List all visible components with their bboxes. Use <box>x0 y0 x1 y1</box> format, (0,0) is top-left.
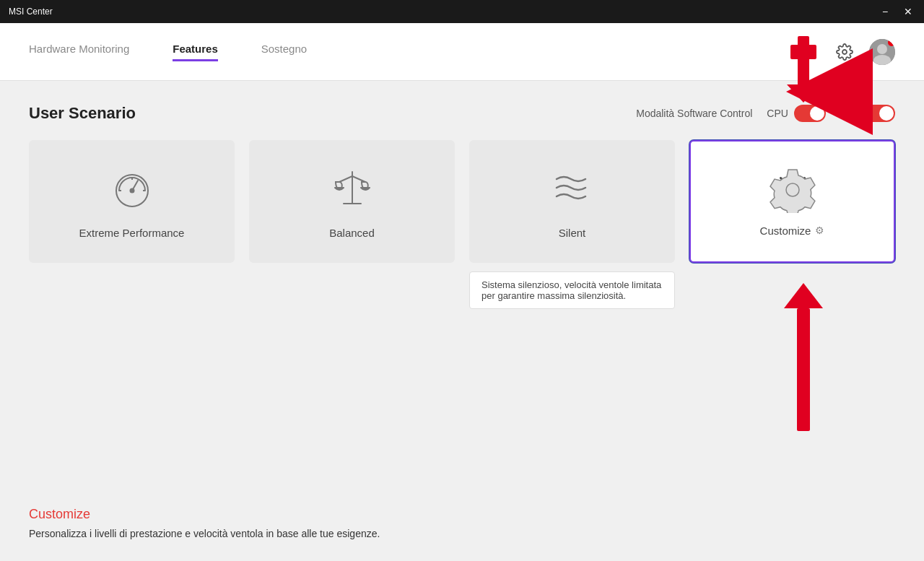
content-area: User Scenario Modalità Software Control … <box>0 81 924 492</box>
mode-label: Modalità Software Control <box>636 108 752 119</box>
main-container: Hardware Monitoring Features Sostegno <box>0 23 924 561</box>
svg-rect-1 <box>808 45 814 51</box>
svg-line-17 <box>352 176 365 182</box>
svg-rect-3 <box>808 53 814 58</box>
settings-icon-button[interactable] <box>832 39 858 65</box>
balanced-label: Balanced <box>329 227 375 239</box>
svg-point-10 <box>130 188 134 192</box>
titlebar: MSI Center − ✕ <box>0 0 924 23</box>
fan-label: Fan <box>840 108 858 119</box>
tab-sostegno[interactable]: Sostegno <box>261 43 307 61</box>
extreme-performance-card[interactable]: Extreme Performance <box>29 140 235 263</box>
tooltip-text: Sistema silenzioso, velocità ventole lim… <box>481 279 661 301</box>
app-title: MSI Center <box>9 6 53 17</box>
cpu-toggle-group: CPU <box>767 105 826 122</box>
svg-rect-2 <box>801 53 806 58</box>
customize-label: Customize <box>760 225 811 237</box>
customize-settings-icon: ⚙ <box>815 225 824 236</box>
cpu-label: CPU <box>767 108 788 119</box>
customize-card[interactable]: Customize ⚙ <box>689 140 895 263</box>
fan-toggle-group: Fan <box>840 105 895 122</box>
fan-toggle[interactable] <box>863 105 895 122</box>
spacer-mid <box>249 271 455 309</box>
svg-point-4 <box>842 50 847 54</box>
tooltip-container: Sistema silenzioso, velocità ventole lim… <box>469 271 675 309</box>
waves-icon <box>549 165 596 218</box>
grid-icon-button[interactable] <box>794 39 820 65</box>
customize-gear-icon <box>770 167 816 216</box>
bottom-description: Personalizza i livelli di prestazione e … <box>29 528 895 539</box>
scales-icon <box>329 165 375 218</box>
balanced-card[interactable]: Balanced <box>249 140 455 263</box>
customize-label-row: Customize ⚙ <box>760 225 825 237</box>
header-icons <box>794 39 895 65</box>
tab-hardware[interactable]: Hardware Monitoring <box>29 43 129 61</box>
section-title: User Scenario <box>29 104 136 123</box>
header: Hardware Monitoring Features Sostegno <box>0 23 924 81</box>
window-controls: − ✕ <box>878 6 915 17</box>
bottom-section: Customize Personalizza i livelli di pres… <box>0 492 924 561</box>
svg-line-16 <box>339 176 352 182</box>
speedometer-icon <box>109 165 155 218</box>
notification-dot <box>888 39 895 46</box>
silent-label: Silent <box>559 227 586 239</box>
svg-rect-0 <box>801 45 806 51</box>
avatar[interactable] <box>869 39 895 65</box>
cpu-toggle[interactable] <box>794 105 826 122</box>
cards-row: Extreme Performance <box>29 140 895 263</box>
controls-row: Modalità Software Control CPU Fan <box>636 105 895 122</box>
tab-features[interactable]: Features <box>173 43 218 61</box>
svg-point-6 <box>877 44 887 54</box>
bottom-title: Customize <box>29 507 895 522</box>
tooltip-row: Sistema silenzioso, velocità ventole lim… <box>29 271 895 309</box>
tooltip-box: Sistema silenzioso, velocità ventole lim… <box>469 271 675 309</box>
silent-card[interactable]: Silent <box>469 140 675 263</box>
nav-tabs: Hardware Monitoring Features Sostegno <box>29 43 794 61</box>
extreme-performance-label: Extreme Performance <box>79 227 185 239</box>
spacer-right <box>689 271 895 309</box>
section-header: User Scenario Modalità Software Control … <box>29 104 895 123</box>
cards-area: Extreme Performance <box>29 140 895 309</box>
minimize-button[interactable]: − <box>878 6 892 17</box>
close-button[interactable]: ✕ <box>901 6 915 17</box>
spacer-left <box>29 271 235 309</box>
svg-point-22 <box>786 183 799 196</box>
